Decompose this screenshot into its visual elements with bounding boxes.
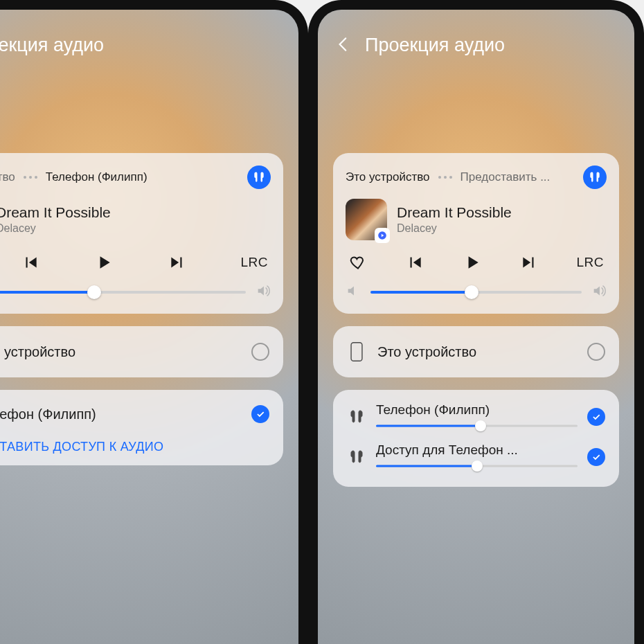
tab-dots-icon (438, 176, 452, 179)
lyrics-button[interactable]: LRC (576, 255, 604, 270)
album-art[interactable] (346, 199, 387, 240)
now-playing-card: Это устройство Предоставить ... (333, 153, 619, 314)
back-icon[interactable] (334, 35, 352, 56)
shared-devices-card: Телефон (Филипп) Доступ для Телефон ... (333, 390, 619, 487)
tab-this-device[interactable]: о устройство (0, 170, 15, 184)
track-artist: Delacey (0, 222, 111, 235)
radio-checked[interactable] (251, 405, 269, 423)
volume-low-icon (346, 283, 361, 301)
heart-icon[interactable] (348, 253, 368, 272)
track-title: Dream It Possible (0, 204, 111, 221)
shared-device-2[interactable]: Доступ для Телефон ... (346, 438, 607, 478)
track-row: Dream It Possible Delacey (0, 199, 271, 240)
volume-high-icon (256, 283, 271, 301)
track-artist: Delacey (397, 222, 512, 235)
volume-slider[interactable] (370, 285, 582, 299)
prev-icon[interactable] (405, 253, 424, 272)
share-audio-link[interactable]: ПРЕДОСТАВИТЬ ДОСТУП К АУДИО (0, 430, 271, 457)
shared-device-1-slider[interactable] (376, 420, 578, 431)
play-icon[interactable] (463, 253, 482, 272)
radio-checked[interactable] (587, 448, 605, 466)
page-title: Проекция аудио (365, 35, 505, 56)
volume-row (346, 283, 607, 301)
shared-device-2-slider[interactable] (376, 460, 578, 472)
earbuds-outline-icon (347, 409, 366, 425)
phone-left: Проекция аудио о устройство Телефон (Фил… (0, 0, 308, 644)
header: Проекция аудио (318, 10, 634, 56)
device-phone-label: Телефон (Филипп) (0, 406, 240, 422)
volume-slider[interactable] (0, 285, 246, 299)
device-this-card[interactable]: Это устройство (0, 326, 283, 377)
radio-unchecked[interactable] (587, 343, 605, 361)
tab-phone[interactable]: Телефон (Филипп) (46, 170, 147, 184)
play-icon[interactable] (94, 253, 114, 272)
earbuds-icon[interactable] (247, 166, 271, 189)
phone-icon (347, 341, 366, 362)
device-this-card[interactable]: Это устройство (333, 326, 619, 377)
phone-right: Проекция аудио Это устройство Предостави… (308, 0, 644, 644)
music-app-badge-icon (375, 228, 390, 243)
track-title: Dream It Possible (397, 204, 512, 221)
tab-this-device[interactable]: Это устройство (346, 170, 430, 184)
now-playing-card: о устройство Телефон (Филипп) (0, 153, 283, 314)
prev-icon[interactable] (21, 253, 40, 272)
earbuds-icon[interactable] (583, 166, 607, 189)
svg-rect-3 (351, 343, 362, 361)
device-tabs[interactable]: Это устройство Предоставить ... (346, 170, 550, 184)
shared-device-2-name: Доступ для Телефон ... (376, 442, 578, 458)
device-this-label: Это устройство (377, 344, 576, 360)
next-icon[interactable] (519, 253, 539, 272)
radio-unchecked[interactable] (251, 343, 269, 361)
device-phone-card: Телефон (Филипп) ПРЕДОСТАВИТЬ ДОСТУП К А… (0, 390, 283, 465)
volume-high-icon (591, 283, 607, 301)
earbuds-outline-icon (347, 449, 366, 465)
tab-share[interactable]: Предоставить ... (460, 170, 551, 184)
playback-controls: LRC (0, 253, 271, 272)
next-icon[interactable] (168, 253, 187, 272)
device-tabs[interactable]: о устройство Телефон (Филипп) (0, 170, 147, 184)
header: Проекция аудио (0, 10, 298, 56)
shared-device-1[interactable]: Телефон (Филипп) (346, 398, 607, 438)
device-phone-row[interactable]: Телефон (Филипп) (0, 398, 271, 430)
volume-row (0, 283, 271, 301)
shared-device-1-name: Телефон (Филипп) (376, 402, 578, 418)
page-title: Проекция аудио (0, 35, 104, 56)
radio-checked[interactable] (587, 408, 605, 426)
tab-dots-icon (24, 176, 37, 179)
playback-controls: LRC (346, 253, 607, 272)
track-row: Dream It Possible Delacey (346, 199, 607, 240)
device-this-label: Это устройство (0, 344, 240, 360)
lyrics-button[interactable]: LRC (240, 255, 268, 270)
